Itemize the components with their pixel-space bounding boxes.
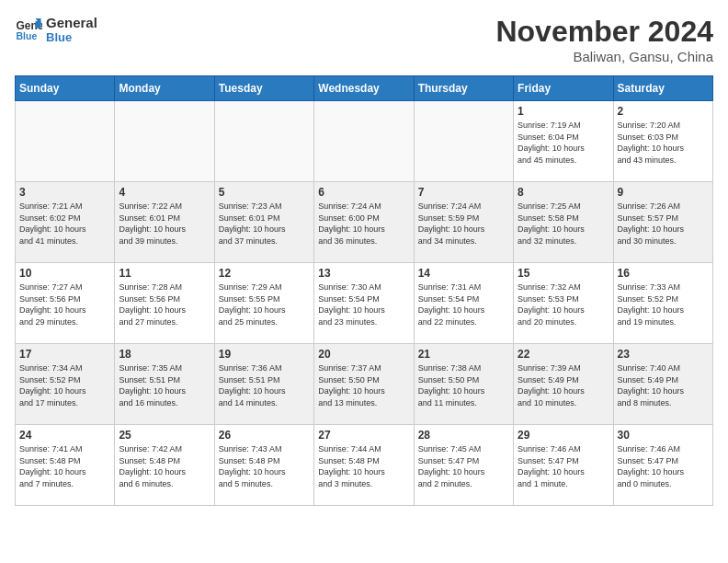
day-info: Sunrise: 7:30 AM Sunset: 5:54 PM Dayligh… (318, 282, 409, 327)
day-number: 17 (19, 348, 110, 361)
day-cell: 7Sunrise: 7:24 AM Sunset: 5:59 PM Daylig… (414, 182, 513, 263)
header-friday: Friday (514, 76, 613, 101)
day-number: 10 (19, 267, 110, 280)
week-row-4: 17Sunrise: 7:34 AM Sunset: 5:52 PM Dayli… (16, 344, 713, 425)
day-cell: 23Sunrise: 7:40 AM Sunset: 5:49 PM Dayli… (613, 344, 712, 425)
page-header: General Blue General Blue November 2024 … (15, 15, 713, 64)
day-number: 8 (518, 186, 609, 199)
day-cell: 4Sunrise: 7:22 AM Sunset: 6:01 PM Daylig… (115, 182, 214, 263)
day-number: 2 (618, 105, 709, 118)
day-cell: 11Sunrise: 7:28 AM Sunset: 5:56 PM Dayli… (115, 263, 214, 344)
day-info: Sunrise: 7:38 AM Sunset: 5:50 PM Dayligh… (418, 362, 509, 408)
logo-blue: Blue (46, 30, 97, 44)
day-cell: 17Sunrise: 7:34 AM Sunset: 5:52 PM Dayli… (16, 344, 115, 425)
svg-text:Blue: Blue (17, 30, 38, 41)
day-number: 7 (418, 186, 509, 199)
day-info: Sunrise: 7:29 AM Sunset: 5:55 PM Dayligh… (219, 282, 310, 327)
day-cell: 27Sunrise: 7:44 AM Sunset: 5:48 PM Dayli… (314, 425, 414, 506)
logo-general: General (46, 15, 97, 30)
day-info: Sunrise: 7:39 AM Sunset: 5:49 PM Dayligh… (518, 362, 609, 408)
day-info: Sunrise: 7:20 AM Sunset: 6:03 PM Dayligh… (618, 120, 709, 166)
title-block: November 2024 Baliwan, Gansu, China (495, 15, 713, 64)
week-row-2: 3Sunrise: 7:21 AM Sunset: 6:02 PM Daylig… (16, 182, 713, 263)
day-number: 1 (518, 105, 609, 118)
day-number: 15 (518, 267, 609, 280)
day-number: 27 (318, 429, 409, 442)
day-cell (16, 101, 115, 182)
day-number: 29 (518, 429, 609, 442)
header-saturday: Saturday (613, 76, 712, 101)
day-number: 6 (318, 186, 409, 199)
day-info: Sunrise: 7:27 AM Sunset: 5:56 PM Dayligh… (19, 282, 110, 327)
day-cell: 20Sunrise: 7:37 AM Sunset: 5:50 PM Dayli… (314, 344, 414, 425)
day-number: 12 (219, 267, 310, 280)
day-number: 18 (119, 348, 210, 361)
day-info: Sunrise: 7:24 AM Sunset: 5:59 PM Dayligh… (418, 201, 509, 247)
day-number: 16 (618, 267, 709, 280)
day-info: Sunrise: 7:22 AM Sunset: 6:01 PM Dayligh… (119, 201, 210, 247)
day-info: Sunrise: 7:21 AM Sunset: 6:02 PM Dayligh… (19, 201, 110, 247)
day-number: 28 (418, 429, 509, 442)
day-info: Sunrise: 7:46 AM Sunset: 5:47 PM Dayligh… (618, 443, 709, 489)
calendar-table: SundayMondayTuesdayWednesdayThursdayFrid… (15, 75, 713, 506)
day-cell (414, 101, 513, 182)
day-cell: 14Sunrise: 7:31 AM Sunset: 5:54 PM Dayli… (414, 263, 513, 344)
month-title: November 2024 (495, 15, 713, 49)
day-info: Sunrise: 7:26 AM Sunset: 5:57 PM Dayligh… (618, 201, 709, 247)
logo: General Blue General Blue (15, 15, 97, 44)
header-wednesday: Wednesday (314, 76, 414, 101)
day-cell: 26Sunrise: 7:43 AM Sunset: 5:48 PM Dayli… (214, 425, 313, 506)
day-number: 4 (119, 186, 210, 199)
day-cell: 5Sunrise: 7:23 AM Sunset: 6:01 PM Daylig… (214, 182, 313, 263)
header-thursday: Thursday (414, 76, 513, 101)
day-info: Sunrise: 7:46 AM Sunset: 5:47 PM Dayligh… (518, 443, 609, 489)
day-cell: 13Sunrise: 7:30 AM Sunset: 5:54 PM Dayli… (314, 263, 414, 344)
day-cell: 24Sunrise: 7:41 AM Sunset: 5:48 PM Dayli… (16, 425, 115, 506)
day-cell: 9Sunrise: 7:26 AM Sunset: 5:57 PM Daylig… (613, 182, 712, 263)
day-number: 5 (219, 186, 310, 199)
week-row-3: 10Sunrise: 7:27 AM Sunset: 5:56 PM Dayli… (16, 263, 713, 344)
day-info: Sunrise: 7:28 AM Sunset: 5:56 PM Dayligh… (119, 282, 210, 327)
day-cell: 12Sunrise: 7:29 AM Sunset: 5:55 PM Dayli… (214, 263, 313, 344)
day-cell: 18Sunrise: 7:35 AM Sunset: 5:51 PM Dayli… (115, 344, 214, 425)
day-number: 22 (518, 348, 609, 361)
day-cell (214, 101, 313, 182)
day-info: Sunrise: 7:31 AM Sunset: 5:54 PM Dayligh… (418, 282, 509, 327)
day-cell: 28Sunrise: 7:45 AM Sunset: 5:47 PM Dayli… (414, 425, 513, 506)
day-number: 19 (219, 348, 310, 361)
day-cell: 2Sunrise: 7:20 AM Sunset: 6:03 PM Daylig… (613, 101, 712, 182)
day-cell: 19Sunrise: 7:36 AM Sunset: 5:51 PM Dayli… (214, 344, 313, 425)
day-info: Sunrise: 7:41 AM Sunset: 5:48 PM Dayligh… (19, 443, 110, 489)
header-tuesday: Tuesday (214, 76, 313, 101)
logo-icon: General Blue (15, 16, 42, 43)
week-row-1: 1Sunrise: 7:19 AM Sunset: 6:04 PM Daylig… (16, 101, 713, 182)
day-info: Sunrise: 7:42 AM Sunset: 5:48 PM Dayligh… (119, 443, 210, 489)
day-cell: 21Sunrise: 7:38 AM Sunset: 5:50 PM Dayli… (414, 344, 513, 425)
day-info: Sunrise: 7:24 AM Sunset: 6:00 PM Dayligh… (318, 201, 409, 247)
day-cell: 6Sunrise: 7:24 AM Sunset: 6:00 PM Daylig… (314, 182, 414, 263)
day-number: 14 (418, 267, 509, 280)
day-number: 11 (119, 267, 210, 280)
day-info: Sunrise: 7:35 AM Sunset: 5:51 PM Dayligh… (119, 362, 210, 408)
day-cell: 15Sunrise: 7:32 AM Sunset: 5:53 PM Dayli… (514, 263, 613, 344)
day-info: Sunrise: 7:23 AM Sunset: 6:01 PM Dayligh… (219, 201, 310, 247)
day-cell: 1Sunrise: 7:19 AM Sunset: 6:04 PM Daylig… (514, 101, 613, 182)
day-info: Sunrise: 7:44 AM Sunset: 5:48 PM Dayligh… (318, 443, 409, 489)
day-cell: 25Sunrise: 7:42 AM Sunset: 5:48 PM Dayli… (115, 425, 214, 506)
day-info: Sunrise: 7:40 AM Sunset: 5:49 PM Dayligh… (618, 362, 709, 408)
day-number: 21 (418, 348, 509, 361)
day-number: 20 (318, 348, 409, 361)
day-info: Sunrise: 7:25 AM Sunset: 5:58 PM Dayligh… (518, 201, 609, 247)
calendar-header-row: SundayMondayTuesdayWednesdayThursdayFrid… (16, 76, 713, 101)
location: Baliwan, Gansu, China (495, 49, 713, 64)
day-info: Sunrise: 7:45 AM Sunset: 5:47 PM Dayligh… (418, 443, 509, 489)
day-info: Sunrise: 7:37 AM Sunset: 5:50 PM Dayligh… (318, 362, 409, 408)
day-cell: 3Sunrise: 7:21 AM Sunset: 6:02 PM Daylig… (16, 182, 115, 263)
day-cell: 10Sunrise: 7:27 AM Sunset: 5:56 PM Dayli… (16, 263, 115, 344)
day-cell: 22Sunrise: 7:39 AM Sunset: 5:49 PM Dayli… (514, 344, 613, 425)
header-sunday: Sunday (16, 76, 115, 101)
day-cell: 8Sunrise: 7:25 AM Sunset: 5:58 PM Daylig… (514, 182, 613, 263)
day-number: 3 (19, 186, 110, 199)
day-info: Sunrise: 7:19 AM Sunset: 6:04 PM Dayligh… (518, 120, 609, 166)
day-info: Sunrise: 7:33 AM Sunset: 5:52 PM Dayligh… (618, 282, 709, 327)
